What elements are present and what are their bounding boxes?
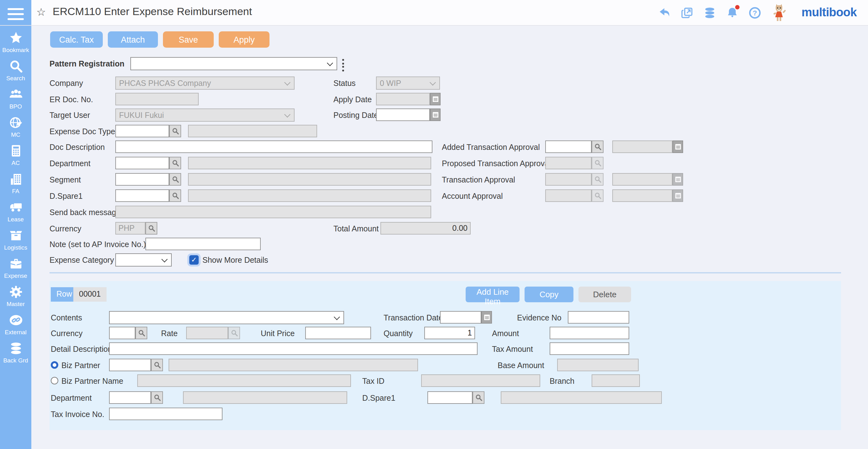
lookup-icon[interactable] [169, 125, 181, 137]
lookup-icon[interactable] [169, 157, 181, 169]
doc-description-field[interactable] [115, 141, 432, 153]
sidebar-item-bpo[interactable]: BPO [0, 87, 31, 110]
sidebar-item-back-grd[interactable]: Back Grd [0, 341, 31, 364]
detail-description-field[interactable] [109, 342, 477, 355]
database-stack-icon [8, 341, 23, 356]
currency-label: Currency [50, 222, 81, 235]
apply-date-label: Apply Date [333, 93, 372, 106]
header-icons: multibook [658, 0, 857, 25]
lookup-icon[interactable] [472, 391, 485, 404]
lookup-icon[interactable] [135, 327, 147, 339]
lookup-icon[interactable] [151, 391, 163, 404]
calendar-icon[interactable] [430, 93, 441, 106]
detail-description-label: Detail Description [51, 343, 112, 356]
biz-partner-field[interactable] [109, 359, 151, 371]
line-currency-field[interactable] [109, 327, 135, 339]
department-field[interactable] [115, 157, 169, 169]
add-line-item-button[interactable]: Add Line Item [466, 287, 520, 302]
sidebar-item-logistics[interactable]: Logistics [0, 228, 31, 251]
calendar-icon [673, 189, 683, 202]
save-button[interactable]: Save [163, 31, 214, 48]
show-more-details-checkbox[interactable]: ✓ [189, 255, 199, 265]
sidebar-item-mc[interactable]: MC [0, 115, 31, 138]
lookup-icon [592, 173, 603, 186]
hamburger-menu-icon[interactable] [0, 0, 31, 25]
sidebar-item-search[interactable]: Search [0, 59, 31, 82]
company-label: Company [50, 77, 83, 90]
company-select: PHCAS PHCAS Company [115, 77, 294, 90]
dspare1-desc-field [188, 189, 431, 202]
sidebar-item-expense[interactable]: Expense [0, 257, 31, 279]
biz-partner-label: Biz Partner [61, 359, 100, 372]
apply-button[interactable]: Apply [219, 31, 270, 48]
contents-select[interactable] [109, 311, 344, 324]
calc-tax-button[interactable]: Calc. Tax [50, 31, 103, 48]
lookup-icon[interactable] [151, 359, 163, 371]
biz-partner-name-radio[interactable] [51, 377, 58, 384]
calendar-icon[interactable] [430, 109, 441, 121]
help-icon[interactable] [748, 6, 762, 19]
send-back-message-label: Send back message [50, 206, 121, 219]
expense-category-select[interactable] [115, 253, 172, 267]
transaction-date-label: Transaction Date [383, 312, 443, 324]
line-currency-label: Currency [51, 327, 83, 340]
lookup-icon[interactable] [592, 141, 603, 153]
line-department-label: Department [51, 392, 92, 405]
posting-date-field[interactable] [376, 109, 430, 121]
quantity-field[interactable] [424, 327, 475, 339]
amount-field[interactable] [550, 327, 629, 339]
unit-price-field[interactable] [305, 327, 371, 339]
favorite-star-icon[interactable]: ☆ [36, 6, 46, 20]
notification-bell-icon[interactable] [726, 6, 739, 19]
tax-amount-field[interactable] [550, 342, 629, 355]
database-icon[interactable] [703, 6, 716, 19]
sidebar-item-master[interactable]: Master [0, 285, 31, 307]
lookup-icon[interactable] [146, 222, 157, 235]
target-user-select: FUKUI Fukui [115, 109, 294, 122]
undo-icon[interactable] [658, 6, 671, 19]
department-label: Department [50, 157, 91, 170]
biz-partner-radio[interactable] [51, 361, 58, 369]
copy-button[interactable]: Copy [525, 287, 574, 302]
open-new-window-icon[interactable] [681, 6, 694, 19]
lookup-icon[interactable] [169, 189, 181, 202]
delete-button[interactable]: Delete [579, 287, 631, 302]
transaction-date-field[interactable] [440, 311, 481, 324]
tax-id-label: Tax ID [362, 375, 384, 388]
tax-invoice-no-field[interactable] [109, 408, 222, 420]
line-department-field[interactable] [109, 391, 151, 404]
evidence-no-label: Evidence No [517, 312, 561, 324]
kebab-menu-icon[interactable] [341, 58, 345, 72]
line-item-panel: Row 00001 Add Line Item Copy Delete Cont… [50, 281, 841, 430]
expense-doc-type-field[interactable] [115, 125, 169, 137]
multibook-logo: multibook [802, 6, 857, 20]
evidence-no-field[interactable] [568, 311, 629, 324]
sidebar-item-lease[interactable]: Lease [0, 200, 31, 222]
line-dspare1-desc-field [501, 391, 662, 404]
mascot-icon[interactable] [771, 3, 787, 22]
gear-icon [8, 285, 23, 299]
biz-partner-name-label: Biz Partner Name [61, 375, 123, 388]
pattern-registration-select[interactable] [130, 57, 337, 70]
lookup-icon[interactable] [169, 173, 181, 186]
show-more-details-label: Show More Details [203, 254, 268, 267]
page-title: ERCM110 Enter Expense Reimbursement [53, 6, 252, 18]
calendar-icon[interactable] [481, 311, 492, 324]
calendar-icon[interactable] [673, 141, 683, 153]
segment-field[interactable] [115, 173, 169, 186]
status-select: 0 WIP [376, 77, 440, 90]
sidebar-item-ac[interactable]: AC [0, 144, 31, 166]
sidebar-item-bookmark[interactable]: Bookmark [0, 31, 31, 53]
line-dspare1-field[interactable] [427, 391, 472, 404]
sidebar-item-external[interactable]: External [0, 313, 31, 335]
segment-desc-field [188, 173, 431, 186]
app-header: ☆ ERCM110 Enter Expense Reimbursement mu… [0, 0, 868, 26]
dspare1-field[interactable] [115, 189, 169, 202]
calculator-icon [8, 144, 23, 158]
attach-button[interactable]: Attach [108, 31, 158, 48]
added-transaction-approval-field[interactable] [545, 141, 592, 153]
proposed-transaction-approval-label: Proposed Transaction Approval [442, 157, 551, 170]
sidebar-item-fa[interactable]: FA [0, 172, 31, 194]
note-field[interactable] [146, 238, 261, 250]
account-approval-date-field [612, 189, 673, 202]
